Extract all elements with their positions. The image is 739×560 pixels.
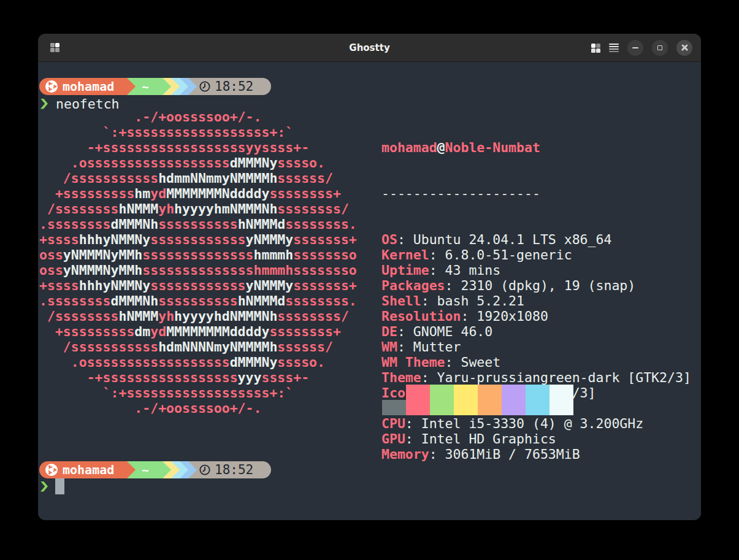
prompt-chevron-icon	[40, 481, 48, 492]
maximize-icon	[657, 45, 662, 50]
terminal-cursor[interactable]	[55, 478, 64, 494]
prompt-path: ~	[142, 80, 148, 93]
palette-swatch	[382, 385, 406, 400]
neofetch-info: mohamad@Noble-Numbat -------------------…	[381, 109, 691, 493]
palette-swatch	[526, 400, 549, 415]
info-line: WM: Mutter	[381, 339, 691, 355]
palette-swatch	[526, 385, 549, 400]
titlebar[interactable]: Ghostty	[38, 34, 701, 62]
prompt-chevron-icon	[40, 99, 48, 109]
palette-swatch	[478, 400, 502, 415]
info-line: Packages: 2310 (dpkg), 19 (snap)	[381, 278, 691, 293]
prompt-time: 18:52	[215, 79, 253, 94]
palette-swatch	[406, 385, 430, 400]
info-line: Resolution: 1920x1080	[381, 309, 691, 324]
info-line: Shell: bash 5.2.21	[381, 293, 691, 309]
palette-swatch	[430, 400, 454, 415]
prompt-username: mohamad	[63, 79, 114, 94]
prompt-username: mohamad	[63, 462, 114, 477]
ghostty-window: Ghostty	[38, 34, 701, 520]
main-menu-icon[interactable]	[609, 44, 619, 52]
prompt-line-1: 18:52 ~ mohamad	[39, 78, 271, 95]
prompt-line-2: 18:52 ~ mohamad	[39, 461, 271, 478]
clock-icon	[199, 80, 211, 93]
info-line: Uptime: 43 mins	[381, 263, 691, 278]
prompt-time-segment: 18:52	[188, 78, 271, 95]
clock-icon	[199, 464, 211, 476]
palette-swatch	[454, 385, 478, 400]
info-line: CPU: Intel i5-3330 (4) @ 3.200GHz	[381, 416, 691, 431]
ubuntu-logo-icon	[45, 464, 58, 476]
prompt-path: ~	[142, 463, 148, 477]
info-line: OS: Ubuntu 24.04.1 LTS x86_64	[381, 232, 691, 247]
app-grid-icon[interactable]	[50, 43, 59, 52]
palette-swatch	[430, 385, 454, 400]
palette-swatch	[549, 385, 573, 400]
terminal-content[interactable]: 18:52 ~ mohamad neofetch	[38, 62, 701, 520]
palette-swatch	[502, 400, 526, 415]
minimize-icon	[632, 47, 638, 48]
ubuntu-logo-icon	[45, 80, 58, 93]
close-button[interactable]	[676, 40, 692, 56]
info-line: Kernel: 6.8.0-51-generic	[381, 247, 691, 263]
user-at-host: mohamad@Noble-Numbat	[381, 140, 691, 155]
ubuntu-ascii-logo: .-/+oossssoo+/-. `:+ssssssssssssssssss+:…	[39, 109, 357, 416]
maximize-button[interactable]	[652, 40, 668, 56]
palette-swatch	[406, 400, 430, 415]
terminal-color-palette	[382, 385, 573, 415]
palette-swatch	[502, 385, 526, 400]
info-line: DE: GNOME 46.0	[381, 324, 691, 339]
palette-swatch	[478, 385, 502, 400]
prompt-time: 18:52	[215, 462, 253, 477]
info-line: Memory: 3061MiB / 7653MiB	[381, 447, 691, 462]
prompt-user-segment: mohamad	[39, 461, 136, 478]
palette-swatch	[454, 400, 478, 415]
info-line: GPU: Intel HD Graphics	[381, 431, 691, 447]
prompt-user-segment: mohamad	[39, 78, 136, 95]
input-line[interactable]	[40, 478, 64, 495]
tab-overview-icon[interactable]	[591, 44, 600, 53]
prompt-time-segment: 18:52	[188, 461, 271, 478]
palette-swatch	[549, 400, 573, 415]
title-underline: --------------------	[381, 186, 691, 201]
palette-swatch	[382, 400, 406, 415]
minimize-button[interactable]	[627, 40, 643, 56]
info-line: Theme: Yaru-prussiangreen-dark [GTK2/3]	[381, 370, 691, 385]
info-line: WM Theme: Sweet	[381, 355, 691, 370]
